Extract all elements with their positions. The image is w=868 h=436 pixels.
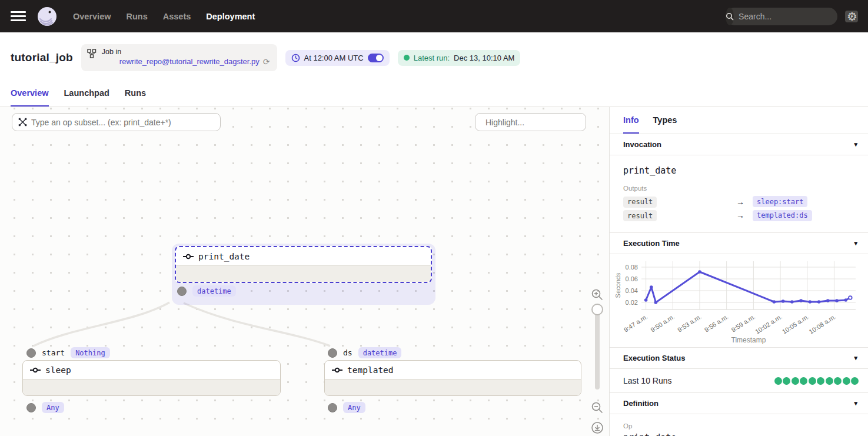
zoom-out-icon[interactable] <box>591 401 604 414</box>
arrow-right-icon: → <box>736 211 744 220</box>
op-node-print-date[interactable]: print_date <box>175 246 432 283</box>
search-icon <box>726 8 734 25</box>
page-header: tutorial_job Job in rewrite_repo@tutoria… <box>0 32 868 81</box>
panel-tab-info[interactable]: Info <box>623 115 639 134</box>
line-chart: 0.020.040.060.089:47 a.m.9:50 a.m.9:53 a… <box>614 257 864 345</box>
repo-link[interactable]: rewrite_repo@tutorial_rewrite_dagster.py <box>119 57 260 66</box>
dagster-logo-icon[interactable] <box>36 6 58 27</box>
tab-runs[interactable]: Runs <box>125 88 146 106</box>
tab-launchpad[interactable]: Launchpad <box>64 88 109 106</box>
job-location-pill: Job in rewrite_repo@tutorial_rewrite_dag… <box>81 44 277 71</box>
svg-text:9:59 a.m.: 9:59 a.m. <box>730 313 756 334</box>
zoom-slider-track[interactable] <box>595 307 600 390</box>
output-target-badge[interactable]: templated:ds <box>753 210 812 221</box>
section-invocation[interactable]: Invocation ▾ <box>610 134 868 155</box>
output-type-badge[interactable]: Any <box>343 402 365 413</box>
reload-icon[interactable]: ⟳ <box>263 57 270 68</box>
svg-text:10:05 a.m.: 10:05 a.m. <box>781 313 810 335</box>
output-mapping-row: result → sleep:start <box>623 196 859 208</box>
run-status-dot[interactable] <box>834 377 842 385</box>
output-name-badge: result <box>623 197 657 208</box>
chevron-down-icon: ▾ <box>854 354 857 362</box>
download-layout-icon[interactable] <box>591 421 604 434</box>
output-target-badge[interactable]: sleep:start <box>753 196 807 207</box>
latest-run-time: Dec 13, 10:10 AM <box>454 54 514 62</box>
section-definition[interactable]: Definition ▾ <box>610 393 868 414</box>
op-node-name: sleep <box>45 365 71 375</box>
zoom-controls <box>588 288 606 434</box>
hamburger-menu-icon[interactable] <box>11 11 26 21</box>
nav-item-overview[interactable]: Overview <box>73 12 111 21</box>
settings-gear-icon[interactable]: ⚙ <box>847 11 857 22</box>
tab-overview[interactable]: Overview <box>11 88 49 106</box>
section-title: Execution Status <box>623 354 685 362</box>
global-search[interactable]: / <box>726 8 837 25</box>
zoom-slider[interactable] <box>591 304 603 392</box>
search-input[interactable] <box>734 12 845 21</box>
clock-icon <box>291 54 300 62</box>
last-runs-row: Last 10 Runs <box>610 369 868 393</box>
op-node-templated[interactable]: templated <box>324 360 581 396</box>
output-type-badge[interactable]: Any <box>42 402 64 413</box>
input-port-name: start <box>42 348 65 357</box>
output-port[interactable] <box>177 287 187 296</box>
section-execution-status[interactable]: Execution Status ▾ <box>610 348 868 369</box>
svg-text:0.06: 0.06 <box>626 275 638 282</box>
op-icon <box>183 254 194 259</box>
op-icon <box>30 367 41 373</box>
output-port[interactable] <box>328 403 337 412</box>
op-icon <box>332 367 342 373</box>
svg-text:9:53 a.m.: 9:53 a.m. <box>676 313 703 334</box>
nav-item-runs[interactable]: Runs <box>127 12 148 21</box>
definition-op-name: print_date <box>623 432 859 436</box>
run-status-dot[interactable] <box>826 377 833 385</box>
svg-text:10:08 a.m.: 10:08 a.m. <box>807 313 837 335</box>
run-status-dot[interactable] <box>791 377 799 385</box>
definition-body: Op print_date <box>610 414 868 436</box>
schedule-toggle[interactable] <box>368 54 384 62</box>
run-status-dot[interactable] <box>851 377 859 385</box>
section-title: Definition <box>623 399 659 408</box>
op-kind-label: Op <box>623 422 859 430</box>
section-execution-time[interactable]: Execution Time ▾ <box>610 233 868 254</box>
output-type-badge[interactable]: datetime <box>192 285 236 297</box>
svg-text:0.08: 0.08 <box>626 264 638 271</box>
highlight-input[interactable] <box>485 118 592 127</box>
op-subset-input[interactable] <box>31 118 214 127</box>
section-title: Execution Time <box>623 239 680 248</box>
chevron-down-icon: ▾ <box>854 141 857 148</box>
run-status-dot[interactable] <box>783 377 790 385</box>
schedule-label: At 12:00 AM UTC <box>304 54 364 62</box>
run-status-dot-icon <box>404 55 410 61</box>
input-type-badge[interactable]: Nothing <box>71 347 110 358</box>
outputs-label: Outputs <box>623 185 859 192</box>
nav-item-assets[interactable]: Assets <box>163 12 191 21</box>
svg-text:0.02: 0.02 <box>626 299 638 306</box>
run-status-dot[interactable] <box>809 377 816 385</box>
input-port[interactable] <box>26 348 36 358</box>
op-node-sleep[interactable]: sleep <box>22 360 281 396</box>
output-port[interactable] <box>26 403 36 412</box>
run-status-dot[interactable] <box>843 377 850 385</box>
info-side-panel: Info Types Invocation ▾ print_date Outpu… <box>609 107 868 436</box>
selected-node-halo: print_date datetime <box>172 244 435 305</box>
run-status-dot[interactable] <box>774 377 782 385</box>
op-graph-canvas[interactable]: print_date datetime start Nothing sleep <box>0 107 609 436</box>
zoom-in-icon[interactable] <box>591 288 604 301</box>
arrow-right-icon: → <box>736 197 744 207</box>
nav-item-deployment[interactable]: Deployment <box>206 12 255 21</box>
top-nav: Overview Runs Assets Deployment / ⚙ <box>0 0 868 32</box>
op-subset-graph-icon <box>18 118 27 127</box>
run-status-dot[interactable] <box>800 377 807 385</box>
run-status-dot[interactable] <box>817 377 824 385</box>
input-port-name: ds <box>343 348 352 357</box>
chevron-down-icon: ▾ <box>854 239 857 247</box>
panel-tab-types[interactable]: Types <box>653 115 677 134</box>
execution-time-chart: 0.020.040.060.089:47 a.m.9:50 a.m.9:53 a… <box>610 254 868 348</box>
zoom-slider-knob[interactable] <box>591 304 603 315</box>
run-status-dots[interactable] <box>774 377 859 385</box>
svg-text:10:02 a.m.: 10:02 a.m. <box>754 313 783 335</box>
latest-run-badge[interactable]: Latest run: Dec 13, 10:10 AM <box>398 50 521 66</box>
input-type-badge[interactable]: datetime <box>358 347 402 358</box>
input-port[interactable] <box>328 348 337 358</box>
